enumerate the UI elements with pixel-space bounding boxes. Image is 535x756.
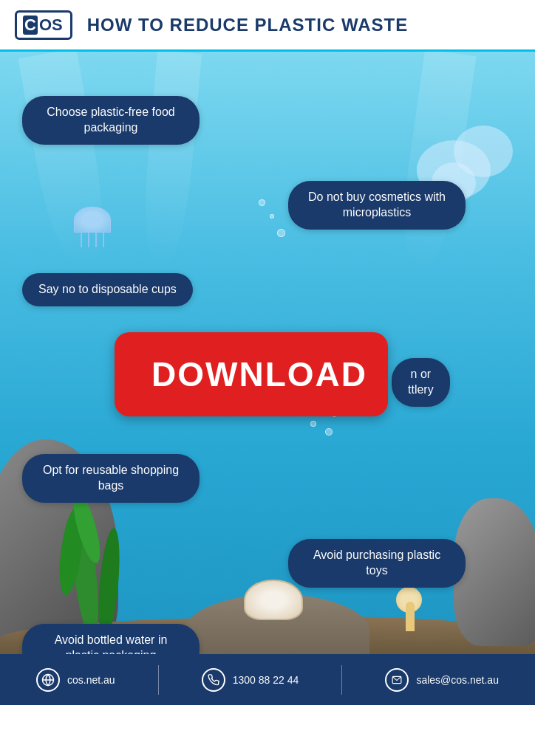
shell xyxy=(244,580,303,620)
download-button[interactable]: DOWNLOAD xyxy=(115,332,388,416)
coral-center xyxy=(406,602,415,631)
email-icon xyxy=(385,668,409,692)
tip-disposable-cups: Say no to disposable cups xyxy=(22,273,193,306)
bubble-6 xyxy=(259,199,265,206)
footer: cos.net.au 1300 88 22 44 sales@cos.net.a… xyxy=(0,654,535,705)
phone-icon xyxy=(202,668,225,692)
phone-text: 1300 88 22 44 xyxy=(233,674,299,686)
tentacle-3 xyxy=(95,233,97,247)
tip-partial-cutlery: n orttlery xyxy=(392,358,450,407)
bubble-4 xyxy=(325,428,333,436)
footer-website: cos.net.au xyxy=(36,668,115,692)
coral xyxy=(387,587,432,631)
logo: C OS xyxy=(15,10,72,40)
footer-email: sales@cos.net.au xyxy=(385,668,499,692)
bubble-2 xyxy=(310,421,316,427)
footer-divider-2 xyxy=(341,665,342,695)
header: C OS HOW TO REDUCE PLASTIC WASTE xyxy=(0,0,535,52)
tip-plastic-toys: Avoid purchasing plastic toys xyxy=(288,539,466,588)
page-title: HOW TO REDUCE PLASTIC WASTE xyxy=(87,15,409,35)
footer-divider-1 xyxy=(158,665,159,695)
website-text: cos.net.au xyxy=(67,674,115,686)
email-text: sales@cos.net.au xyxy=(416,674,499,686)
logo-c: C xyxy=(23,16,38,35)
bubble-8 xyxy=(277,229,285,237)
website-icon xyxy=(36,668,60,692)
tentacle-2 xyxy=(88,233,89,247)
tip-reusable-bags: Opt for reusable shopping bags xyxy=(22,454,200,503)
tip-plastic-free-packaging: Choose plastic-free food packaging xyxy=(22,96,200,145)
rock-right xyxy=(454,498,535,646)
tentacle-4 xyxy=(103,233,104,247)
jellyfish-body xyxy=(74,207,111,233)
tip-cosmetics-microplastics: Do not buy cosmetics with microplastics xyxy=(288,181,466,230)
footer-phone: 1300 88 22 44 xyxy=(202,668,299,692)
ocean-area: Choose plastic-free food packaging Do no… xyxy=(0,52,535,705)
logo-os: OS xyxy=(38,16,64,35)
tentacle-1 xyxy=(81,233,82,247)
jellyfish xyxy=(74,207,111,247)
jellyfish-tentacles xyxy=(74,233,111,247)
bubble-7 xyxy=(270,214,274,219)
